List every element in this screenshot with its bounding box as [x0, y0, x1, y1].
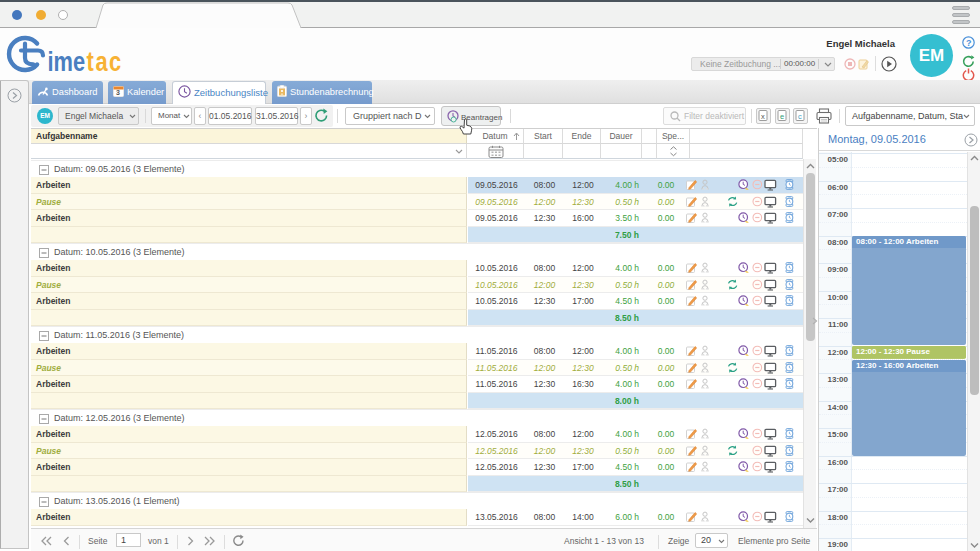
svg-text:ime: ime — [47, 46, 85, 77]
svg-text:x: x — [761, 112, 765, 121]
svg-text:3: 3 — [116, 89, 120, 96]
svg-text:tac: tac — [87, 46, 123, 77]
svg-text:e: e — [780, 112, 784, 121]
svg-text:?: ? — [966, 38, 972, 48]
svg-text:c: c — [798, 112, 802, 121]
